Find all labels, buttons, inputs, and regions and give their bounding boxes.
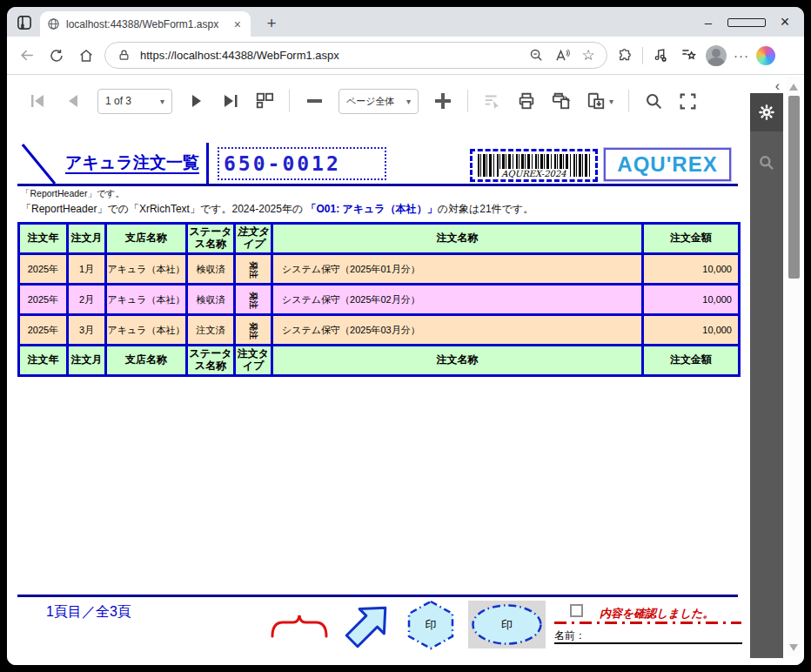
- new-tab-button[interactable]: +: [261, 14, 282, 33]
- last-page-button[interactable]: [221, 89, 240, 113]
- address-bar[interactable]: https://localhost:44388/WebForm1.aspx ☆: [104, 42, 607, 69]
- name-underline: [554, 642, 742, 644]
- zoom-in-button[interactable]: [433, 89, 452, 113]
- confirm-text: 内容を確認しました。: [600, 606, 714, 622]
- aqurex-logo: AQU'REX: [604, 148, 731, 181]
- page-select-value: 1 of 3: [105, 95, 131, 107]
- header-divider-line: [206, 143, 209, 185]
- chevron-down-icon: ▾: [160, 97, 164, 106]
- screenshot-root: localhost:44388/WebForm1.aspx × + – × ht…: [0, 0, 811, 672]
- report-title: アキュラ注文一覧: [57, 151, 207, 174]
- globe-icon: [47, 17, 60, 30]
- page-number-label: 1頁目／全3頁: [46, 603, 131, 622]
- profile-avatar[interactable]: [706, 45, 727, 66]
- col-type: 注文タイプ: [235, 224, 272, 254]
- close-button[interactable]: ×: [766, 13, 804, 31]
- table-row: 2025年 3月 アキュラ（本社） 注文済 発注 システム保守（2025年03月…: [19, 315, 740, 346]
- col-status: ステータス名称: [187, 224, 235, 254]
- fullscreen-button[interactable]: [678, 89, 697, 113]
- back-icon[interactable]: [16, 44, 38, 67]
- tab-strip: localhost:44388/WebForm1.aspx × + – ×: [7, 7, 804, 37]
- scroll-up-icon[interactable]: [789, 84, 798, 91]
- col-branch: 支店名称: [106, 224, 187, 254]
- barcode: AQUREX-2024: [470, 149, 598, 182]
- report-richtext-line: 「ReportHeader」での「XrRichText」です。2024-2025…: [21, 202, 533, 217]
- scrollbar-thumb[interactable]: [788, 96, 800, 279]
- hexagon-stamp: 印: [406, 599, 456, 651]
- lock-icon[interactable]: [114, 46, 133, 65]
- brace-shape: [271, 612, 328, 638]
- export-button[interactable]: ▾: [586, 89, 613, 113]
- browser-window: localhost:44388/WebForm1.aspx × + – × ht…: [7, 7, 804, 665]
- zoom-out-icon[interactable]: [526, 46, 546, 65]
- settings-tab[interactable]: [750, 93, 783, 131]
- toolbar-separator: [289, 90, 290, 112]
- orders-table: 注文年 注文月 支店名称 ステータス名称 注文タイプ 注文名称 注文金額 202…: [17, 222, 741, 377]
- extensions-icon[interactable]: [614, 45, 635, 66]
- arrow-shape: [340, 597, 396, 653]
- print-page-button[interactable]: [551, 89, 572, 113]
- more-menu-icon[interactable]: ···: [734, 48, 749, 63]
- search-icon: [758, 154, 775, 171]
- copilot-icon[interactable]: [756, 46, 775, 65]
- print-button[interactable]: [517, 89, 536, 113]
- read-aloud-icon[interactable]: [553, 46, 572, 65]
- workspaces-icon[interactable]: [14, 12, 35, 33]
- scroll-down-icon[interactable]: [789, 644, 798, 651]
- col-year: 注文年: [19, 224, 68, 254]
- maximize-button[interactable]: [727, 15, 766, 30]
- col-month: 注文月: [68, 224, 106, 254]
- chevron-down-icon: ▾: [609, 97, 613, 106]
- search-tab[interactable]: [750, 144, 783, 182]
- report-viewer: 1 of 3 ▾ ページ全体 ▾: [7, 75, 804, 665]
- home-icon[interactable]: [75, 44, 97, 67]
- stamp-label: 印: [468, 601, 546, 648]
- report-header-text: 「ReportHeader」です。: [21, 188, 124, 200]
- richtext-highlight: 「O01: アキュラ（本社）」: [306, 203, 438, 215]
- minimize-button[interactable]: –: [689, 15, 727, 30]
- barcode-label: AQUREX-2024: [499, 169, 568, 178]
- favorite-star-icon[interactable]: ☆: [579, 46, 598, 65]
- search-button[interactable]: [644, 89, 663, 113]
- table-header-row: 注文年 注文月 支店名称 ステータス名称 注文タイプ 注文名称 注文金額: [19, 224, 740, 254]
- url-text[interactable]: https://localhost:44388/WebForm1.aspx: [140, 49, 519, 62]
- refresh-icon[interactable]: [45, 44, 68, 67]
- chevron-down-icon: ▾: [406, 97, 411, 106]
- zoom-mode-value: ページ全体: [346, 95, 395, 108]
- gear-icon: [758, 104, 775, 121]
- header-underline: [17, 184, 738, 186]
- maximize-icon: [727, 18, 766, 27]
- toolbar-separator: [467, 90, 468, 112]
- viewer-side-panel: [750, 93, 783, 658]
- name-label: 名前：: [554, 628, 586, 643]
- order-type-rotated: 発注: [249, 292, 258, 309]
- media-controls-icon[interactable]: [650, 45, 671, 66]
- red-dashdot-line: [554, 622, 741, 624]
- viewer-toolbar: 1 of 3 ▾ ページ全体 ▾: [7, 80, 747, 122]
- browser-tab[interactable]: localhost:44388/WebForm1.aspx ×: [40, 11, 251, 37]
- ellipse-stamp: 印: [468, 601, 546, 648]
- tab-title: localhost:44388/WebForm1.aspx: [66, 18, 225, 30]
- collections-icon[interactable]: [678, 45, 699, 66]
- col-name: 注文名称: [272, 224, 643, 254]
- tab-close-icon[interactable]: ×: [231, 17, 244, 31]
- order-type-rotated: 発注: [249, 261, 258, 279]
- multipage-view-icon[interactable]: [255, 89, 274, 113]
- barcode-bars: AQUREX-2024: [478, 154, 590, 177]
- address-bar-row: https://localhost:44388/WebForm1.aspx ☆ …: [7, 37, 804, 75]
- collapse-panel-icon[interactable]: ‹: [775, 78, 780, 94]
- first-page-button[interactable]: [30, 89, 49, 113]
- stamp-label: 印: [406, 599, 456, 651]
- next-page-button[interactable]: [187, 89, 206, 113]
- prev-page-button[interactable]: [64, 89, 83, 113]
- table-footer-header-row: 注文年 注文月 支店名称 ステータス名称 注文タイプ 注文名称 注文金額: [19, 346, 740, 376]
- vertical-scrollbar[interactable]: [787, 77, 801, 656]
- page-select-dropdown[interactable]: 1 of 3 ▾: [97, 89, 172, 114]
- col-amount: 注文金額: [643, 224, 740, 254]
- zoom-out-button[interactable]: [305, 89, 324, 113]
- order-type-rotated: 発注: [249, 322, 258, 339]
- table-row: 2025年 1月 アキュラ（本社） 検収済 発注 システム保守（2025年01月…: [19, 254, 740, 285]
- postal-code-box: 650-0012: [218, 147, 386, 180]
- zoom-mode-dropdown[interactable]: ページ全体 ▾: [338, 89, 419, 114]
- highlight-fields-button-disabled: [483, 89, 502, 113]
